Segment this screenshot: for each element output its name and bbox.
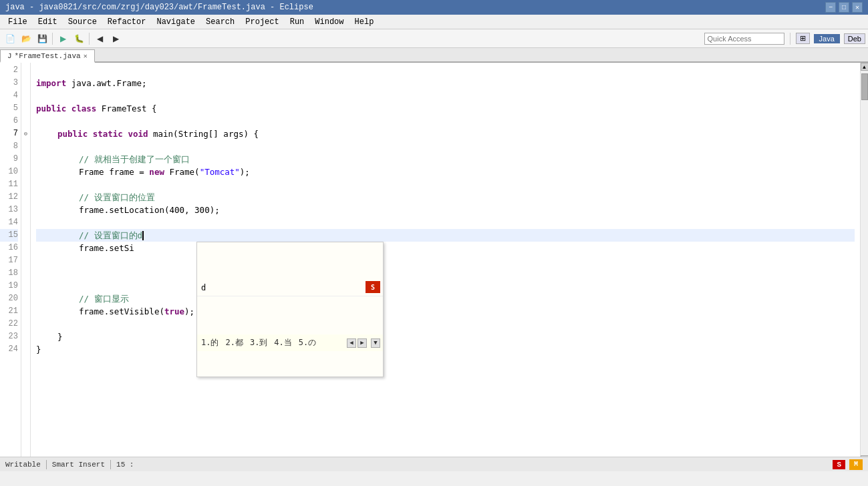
autocomplete-option-1[interactable]: 1.的 — [200, 336, 220, 350]
perspective-java[interactable]: Java — [814, 34, 840, 43]
toolbar-debug[interactable]: 🐛 — [71, 31, 86, 46]
line-numbers: 2 3 4 5 6 7 8 9 10 11 12 13 14 15 16 17 … — [0, 63, 21, 463]
toolbar-new[interactable]: 📄 — [3, 31, 17, 46]
sogou-logo: S — [366, 281, 380, 293]
minimize-button[interactable]: − — [825, 2, 836, 13]
tab-label: *FrameTest.java — [15, 52, 81, 60]
code-line-14 — [36, 216, 855, 229]
menu-navigate[interactable]: Navigate — [151, 15, 200, 29]
autocomplete-popup: d S 1.的 2.都 3.到 4.当 5.の — [196, 242, 384, 377]
code-line-15: // 设置窗口的d — [36, 229, 855, 242]
tab-bar: J *FrameTest.java ✕ — [0, 48, 868, 63]
menu-refactor[interactable]: Refactor — [102, 15, 152, 29]
autocomplete-option-5[interactable]: 5.の — [297, 336, 317, 350]
menu-source[interactable]: Source — [63, 15, 102, 29]
code-line-24: } — [36, 343, 855, 356]
code-line-7: public static void main(String[] args) { — [36, 128, 855, 140]
menu-help[interactable]: Help — [349, 15, 380, 29]
toolbar-sep-1 — [52, 33, 53, 45]
scroll-up-arrow[interactable]: ▲ — [861, 63, 869, 71]
menu-search[interactable]: Search — [200, 15, 240, 29]
menu-project[interactable]: Project — [240, 15, 284, 29]
status-icon-2: M — [849, 459, 863, 470]
menu-edit[interactable]: Edit — [33, 15, 63, 29]
autocomplete-option-2[interactable]: 2.都 — [224, 336, 244, 350]
scroll-thumb[interactable] — [861, 73, 868, 100]
code-line-17 — [36, 254, 855, 267]
code-line-13: frame.setLocation(400, 300); — [36, 204, 855, 216]
code-line-21: frame.setVisible(true); — [36, 305, 855, 318]
code-line-5: public class FrameTest { — [36, 102, 855, 115]
toolbar-open[interactable]: 📂 — [19, 31, 33, 46]
autocomplete-prev-arrow[interactable]: ◀ — [347, 338, 356, 348]
main-area: J *FrameTest.java ✕ 2 3 4 5 6 7 8 9 10 1… — [0, 48, 868, 471]
code-line-8 — [36, 140, 855, 153]
code-line-3: import java.awt.Frame; — [36, 77, 855, 89]
code-line-12: // 设置窗口的位置 — [36, 191, 855, 204]
toolbar-back[interactable]: ◀ — [92, 31, 107, 46]
code-line-11 — [36, 178, 855, 191]
status-bar: Writable Smart Insert 15 : S M — [0, 457, 868, 471]
toolbar-sep-qa — [790, 33, 790, 45]
editor-tab-frametest[interactable]: J *FrameTest.java ✕ — [0, 49, 95, 63]
title-bar: java - java0821/src/com/zrgj/day023/awt/… — [0, 0, 868, 15]
code-line-6 — [36, 115, 855, 128]
code-content[interactable]: import java.awt.Frame; public class Fram… — [31, 63, 860, 463]
autocomplete-option-4[interactable]: 4.当 — [273, 336, 293, 350]
autocomplete-options: 1.的 2.都 3.到 4.当 5.の ◀ ▶ ▼ — [197, 334, 383, 351]
status-smart-insert: Smart Insert — [52, 461, 105, 469]
code-line-20: // 窗口显示 — [36, 292, 855, 305]
autocomplete-dropdown-icon[interactable]: ▼ — [371, 338, 380, 348]
collapse-method-icon[interactable]: ⊖ — [24, 130, 27, 138]
tab-close-icon[interactable]: ✕ — [84, 52, 88, 60]
menu-run[interactable]: Run — [285, 15, 310, 29]
title-bar-controls: − □ ✕ — [825, 2, 863, 13]
code-line-16: frame.setSi d S 1.的 — [36, 242, 855, 254]
toolbar-sep-2 — [89, 33, 90, 45]
status-right: S M — [833, 459, 863, 470]
maximize-button[interactable]: □ — [839, 2, 849, 13]
menu-window[interactable]: Window — [309, 15, 349, 29]
toolbar-run[interactable]: ▶ — [55, 31, 70, 46]
autocomplete-typed: d — [201, 282, 206, 294]
code-line-9: // 就相当于创建了一个窗口 — [36, 153, 855, 166]
close-button[interactable]: ✕ — [852, 2, 863, 13]
title-bar-text: java - java0821/src/com/zrgj/day023/awt/… — [5, 3, 313, 12]
right-scrollbar: ▲ ▼ — [860, 63, 868, 463]
quick-access-input[interactable] — [704, 33, 784, 45]
code-line-4 — [36, 89, 855, 102]
perspective-settings[interactable]: ⊞ — [796, 33, 810, 44]
autocomplete-next-arrow[interactable]: ▶ — [357, 338, 367, 348]
code-line-18 — [36, 267, 855, 280]
code-line-19 — [36, 280, 855, 292]
perspective-debug[interactable]: Deb — [844, 33, 865, 44]
code-line-10: Frame frame = new Frame("Tomcat"); — [36, 166, 855, 178]
autocomplete-option-3[interactable]: 3.到 — [249, 336, 269, 350]
autocomplete-input-row: d S — [197, 280, 383, 296]
sogou-status-icon[interactable]: S — [833, 460, 845, 469]
toolbar-save[interactable]: 💾 — [35, 31, 49, 46]
collapse-markers: ⊖ — [21, 63, 31, 463]
code-line-23: } — [36, 330, 855, 343]
code-line-22 — [36, 318, 855, 330]
code-line-2 — [36, 64, 855, 77]
status-line-col: 15 : — [116, 461, 134, 469]
editor-area: J *FrameTest.java ✕ 2 3 4 5 6 7 8 9 10 1… — [0, 48, 868, 471]
menu-bar: File Edit Source Refactor Navigate Searc… — [0, 15, 868, 29]
text-cursor — [142, 231, 144, 240]
toolbar: 📄 📂 💾 ▶ 🐛 ◀ ▶ ⊞ Java Deb — [0, 29, 868, 48]
toolbar-forward[interactable]: ▶ — [108, 31, 123, 46]
menu-file[interactable]: File — [3, 15, 33, 29]
code-editor[interactable]: 2 3 4 5 6 7 8 9 10 11 12 13 14 15 16 17 … — [0, 63, 868, 463]
status-writable: Writable — [5, 461, 41, 469]
